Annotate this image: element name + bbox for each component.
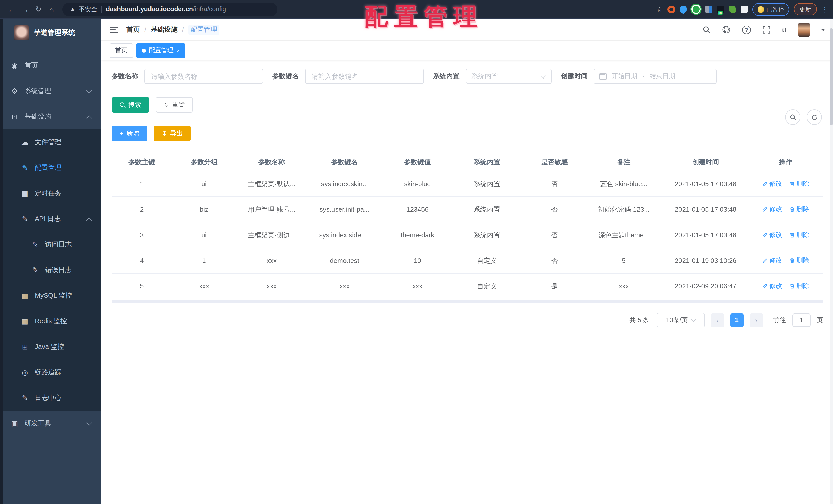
edit-link[interactable]: 修改	[762, 282, 782, 291]
goto-page-input[interactable]	[792, 313, 810, 327]
address-bar[interactable]: ▲ 不安全 dashboard.yudao.iocoder.cn /infra/…	[63, 2, 278, 16]
user-caret-icon[interactable]	[821, 28, 825, 31]
delete-link[interactable]: 删除	[789, 205, 809, 214]
breadcrumb-separator: /	[144, 26, 146, 33]
extension-green-check-icon[interactable]	[691, 5, 700, 14]
refresh-button[interactable]	[807, 109, 822, 125]
sidebar-item-mysql[interactable]: ▦MySQL 监控	[0, 283, 101, 308]
extension-pin-icon[interactable]	[678, 4, 688, 14]
sidebar-item-config[interactable]: ✎配置管理	[0, 155, 101, 180]
breadcrumb-item[interactable]: 首页	[126, 25, 140, 34]
eye-icon: ◎	[21, 368, 29, 376]
browser-menu-icon[interactable]: ⋮	[822, 5, 828, 13]
delete-link[interactable]: 删除	[789, 231, 809, 240]
sidebar-item-job[interactable]: ▤定时任务	[0, 180, 101, 206]
table-cell: 5	[588, 257, 660, 264]
delete-link[interactable]: 删除	[789, 179, 809, 188]
sidebar-item-api-log[interactable]: ✎API 日志	[0, 206, 101, 232]
table-cell: 4	[112, 257, 172, 264]
extension-blocks-icon[interactable]	[705, 6, 712, 13]
extension-orange-icon[interactable]	[667, 5, 675, 13]
sidebar-item-trace[interactable]: ◎链路追踪	[0, 359, 101, 385]
table-cell: 1	[112, 180, 172, 188]
browser-home-icon[interactable]: ⌂	[45, 5, 58, 14]
extension-toggle-icon[interactable]: on	[717, 6, 724, 13]
sidebar-item-java[interactable]: ⊞Java 监控	[0, 334, 101, 359]
profile-paused-badge[interactable]: 已暂停	[752, 3, 789, 16]
sidebar-item-redis[interactable]: ▥Redis 监控	[0, 308, 101, 334]
date-start-placeholder: 开始日期	[612, 72, 637, 80]
bookmark-star-icon[interactable]: ☆	[657, 5, 663, 13]
param-key-input[interactable]	[305, 69, 424, 84]
table-actions-cell: 修改删除	[752, 282, 819, 291]
chevron-down-icon	[86, 88, 92, 94]
sidebar-item-access-log[interactable]: ✎访问日志	[0, 232, 101, 257]
delete-link[interactable]: 删除	[789, 256, 809, 265]
toggle-search-button[interactable]	[785, 109, 801, 125]
sidebar-item-infra[interactable]: ⊡基础设施	[0, 104, 101, 129]
search-button[interactable]: 搜索	[112, 97, 149, 112]
edit-link[interactable]: 修改	[762, 231, 782, 240]
create-time-label: 创建时间	[561, 72, 588, 81]
chevron-down-icon	[86, 420, 92, 426]
current-page-button[interactable]: 1	[730, 313, 743, 327]
tab-配置管理[interactable]: 配置管理×	[136, 43, 186, 57]
active-tab-dot	[142, 48, 146, 52]
reset-button[interactable]: ↻ 重置	[156, 97, 193, 112]
delete-link[interactable]: 删除	[789, 282, 809, 291]
table-cell: xxx	[236, 257, 307, 264]
search-button-icon	[120, 102, 125, 108]
table-cell: 初始化密码 123...	[588, 205, 660, 214]
param-name-input[interactable]	[144, 69, 263, 84]
page-content: 参数名称 参数键名 系统内置 系统内置	[101, 60, 833, 504]
next-page-button[interactable]: ›	[749, 313, 763, 327]
sidebar-item-home[interactable]: ◉首页	[0, 53, 101, 78]
table-cell: 2021-02-09 20:06:47	[660, 282, 752, 290]
prev-page-button[interactable]: ‹	[711, 313, 724, 327]
profile-emoji-icon	[757, 6, 764, 12]
browser-reload-icon[interactable]: ↻	[32, 5, 45, 14]
page-size-select[interactable]: 10条/页	[657, 313, 705, 327]
pagination: 共 5 条 10条/页 ‹ 1 › 前往 页	[112, 313, 823, 327]
browser-back-icon[interactable]: ←	[5, 5, 19, 14]
chevron-up-icon	[86, 218, 92, 224]
date-range-picker[interactable]: 开始日期 - 结束日期	[594, 69, 717, 84]
edit-link[interactable]: 修改	[762, 205, 782, 214]
table-cell: 否	[521, 179, 588, 188]
log-icon: ✎	[31, 266, 40, 274]
extensions-puzzle-icon[interactable]	[740, 6, 747, 13]
tab-首页[interactable]: 首页	[110, 43, 133, 57]
plus-icon: +	[120, 130, 123, 136]
browser-forward-icon[interactable]: →	[19, 5, 32, 14]
help-icon[interactable]: ?	[742, 25, 751, 34]
user-avatar[interactable]	[799, 23, 810, 37]
sidebar-item-devtools[interactable]: ▣研发工具	[0, 411, 101, 436]
add-button[interactable]: + 新增	[112, 126, 147, 141]
sidebar-item-label: 访问日志	[45, 240, 72, 249]
browser-update-button[interactable]: 更新	[794, 3, 817, 15]
scrollbar-thumb[interactable]	[830, 28, 833, 125]
sidebar-item-label: 链路追踪	[35, 368, 62, 377]
extension-sprout-icon[interactable]	[729, 6, 736, 13]
sidebar-toggle-icon[interactable]	[110, 26, 118, 33]
fullscreen-icon[interactable]	[762, 25, 770, 34]
app-logo-row[interactable]: 芋道管理系统	[0, 19, 101, 46]
edit-link[interactable]: 修改	[762, 256, 782, 265]
close-icon[interactable]: ×	[176, 47, 180, 53]
sidebar-item-error-log[interactable]: ✎错误日志	[0, 257, 101, 283]
search-icon[interactable]	[702, 25, 711, 34]
sidebar-item-file[interactable]: ☁文件管理	[0, 129, 101, 155]
sidebar-item-label: 定时任务	[35, 189, 62, 198]
breadcrumb-item[interactable]: 基础设施	[151, 25, 177, 34]
sidebar-item-log-center[interactable]: ✎日志中心	[0, 385, 101, 411]
font-size-icon[interactable]: tT	[782, 26, 787, 33]
builtin-select[interactable]: 系统内置	[466, 69, 552, 84]
table-scrollbar-track[interactable]	[112, 300, 823, 303]
export-button[interactable]: ↧ 导出	[153, 126, 191, 141]
github-icon[interactable]	[722, 25, 731, 34]
page-scrollbar[interactable]	[830, 19, 833, 504]
sidebar-item-system[interactable]: ⚙系统管理	[0, 78, 101, 104]
table-actions-cell: 修改删除	[752, 179, 819, 188]
edit-link[interactable]: 修改	[762, 179, 782, 188]
breadcrumb-item: 配置管理	[189, 25, 219, 35]
